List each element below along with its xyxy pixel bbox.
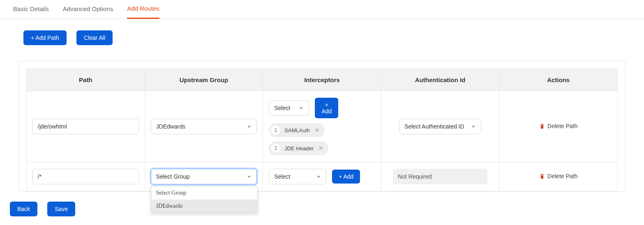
chip-index: 2 <box>271 144 280 153</box>
interceptor-chip: 1 SAMLAuth ✕ <box>269 123 325 137</box>
trash-icon <box>539 173 545 179</box>
select-placeholder: Select <box>274 105 290 111</box>
upstream-group-dropdown: Select Group JDEdwards <box>151 186 258 213</box>
col-header-upstream: Upstream Group <box>145 69 263 91</box>
tab-label: Advanced Options <box>63 5 113 12</box>
delete-path-button[interactable]: Delete Path <box>539 173 577 179</box>
trash-icon <box>539 123 545 129</box>
chip-label: SAMLAuth <box>284 127 310 133</box>
dropdown-option[interactable]: Select Group <box>151 186 257 200</box>
dropdown-option[interactable]: JDEdwards <box>151 200 257 213</box>
interceptor-chips: 1 SAMLAuth ✕ 2 JDE Header ✕ <box>269 123 328 155</box>
tab-basic-details[interactable]: Basic Details <box>13 0 49 19</box>
col-header-actions: Actions <box>499 69 618 91</box>
tab-label: Add Routes <box>127 5 159 12</box>
delete-label: Delete Path <box>547 123 577 129</box>
interceptor-select[interactable]: Select <box>269 169 326 184</box>
routes-table-wrap: Path Upstream Group Interceptors Authent… <box>18 61 626 192</box>
upstream-group-select[interactable]: JDEdwards <box>151 119 257 134</box>
path-input[interactable] <box>32 119 139 134</box>
interceptor-select[interactable]: Select <box>269 100 309 116</box>
add-path-button[interactable]: + Add Path <box>23 30 67 45</box>
tab-advanced-options[interactable]: Advanced Options <box>63 0 113 19</box>
chevron-down-icon <box>247 174 252 179</box>
select-placeholder: Select <box>274 173 290 180</box>
upstream-group-select[interactable]: Select Group <box>151 169 257 184</box>
tab-label: Basic Details <box>13 5 49 12</box>
chip-index: 1 <box>271 126 280 135</box>
select-placeholder: Select Authenticated ID <box>404 123 464 130</box>
interceptor-chip: 2 JDE Header ✕ <box>269 141 328 155</box>
toolbar: + Add Path Clear All <box>0 19 644 55</box>
col-header-auth: Authentication Id <box>381 69 499 91</box>
tabs-bar: Basic Details Advanced Options Add Route… <box>0 0 644 19</box>
delete-path-button[interactable]: Delete Path <box>539 123 577 129</box>
chevron-down-icon <box>247 124 252 129</box>
auth-value: Not Required <box>398 173 432 180</box>
routes-table: Path Upstream Group Interceptors Authent… <box>26 69 618 191</box>
close-icon[interactable]: ✕ <box>314 127 321 133</box>
chip-label: JDE Header <box>284 145 314 152</box>
clear-all-button[interactable]: Clear All <box>76 30 113 45</box>
col-header-path: Path <box>27 69 145 91</box>
chevron-down-icon <box>471 124 476 129</box>
save-button[interactable]: Save <box>47 202 75 216</box>
authentication-id-select[interactable]: Select Authenticated ID <box>399 119 481 134</box>
col-header-interceptors: Interceptors <box>263 69 381 91</box>
select-value: JDEdwards <box>156 123 186 130</box>
table-row: JDEdwards Select <box>27 91 618 162</box>
chevron-down-icon <box>299 106 304 110</box>
add-interceptor-button[interactable]: + Add <box>332 170 360 184</box>
table-row: Select Group Select Group JDEdwards <box>27 162 618 191</box>
back-button[interactable]: Back <box>10 202 37 216</box>
authentication-id-display: Not Required <box>393 169 487 184</box>
add-interceptor-button[interactable]: + Add <box>315 98 338 118</box>
delete-label: Delete Path <box>547 173 577 179</box>
path-input[interactable] <box>32 169 139 184</box>
tab-add-routes[interactable]: Add Routes <box>127 0 159 19</box>
footer-actions: Back Save <box>0 192 644 216</box>
chevron-down-icon <box>316 174 321 179</box>
select-placeholder: Select Group <box>156 173 190 180</box>
close-icon[interactable]: ✕ <box>318 145 324 152</box>
